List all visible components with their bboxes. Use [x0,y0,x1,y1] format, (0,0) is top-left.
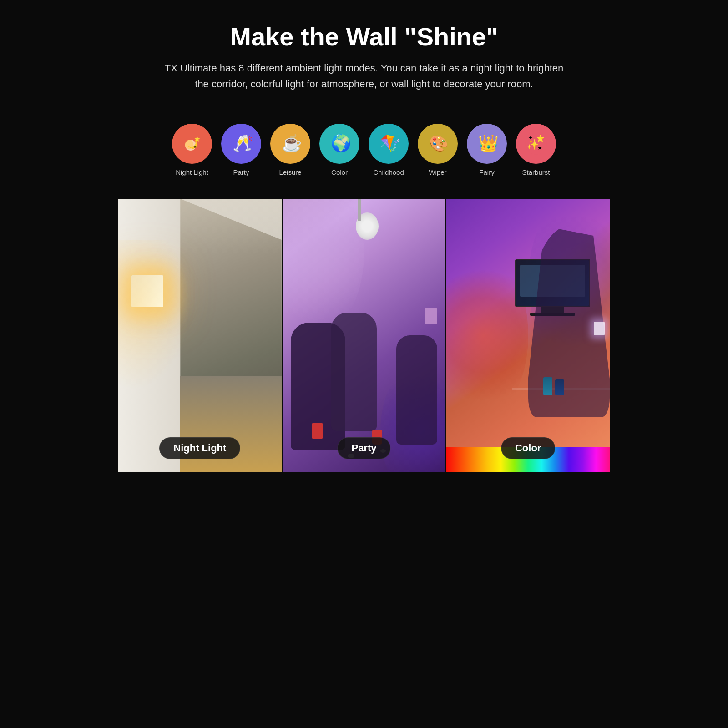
mode-item-starburst[interactable]: ✨ ⭐ ★ ✦ Starburst [516,124,556,176]
party-icon: 🥂 [230,132,253,155]
photo-bg-party [283,199,446,472]
mode-item-fairy[interactable]: 👑 Fairy [467,124,507,176]
header-section: Make the Wall "Shine" TX Ultimate has 8 … [118,0,610,106]
mode-label-party: Party [233,168,249,176]
svg-text:☕: ☕ [282,133,302,153]
mode-item-childhood[interactable]: 🪁 Childhood [369,124,409,176]
fairy-icon: 👑 [475,132,498,155]
mode-item-night-light[interactable]: 🌙 ⭐ ★ Night Light [172,124,212,176]
mode-item-wiper[interactable]: 🎨 Wiper [418,124,458,176]
photo-bg-night-light [118,199,282,472]
mode-icon-leisure: ☕ [270,124,310,164]
photo-card-night-light: Night Light [118,199,282,472]
mode-icon-color: 🌍 [319,124,359,164]
subtitle: TX Ultimate has 8 different ambient ligh… [159,60,569,92]
svg-text:★: ★ [537,145,542,151]
mode-item-leisure[interactable]: ☕ Leisure [270,124,310,176]
mode-item-party[interactable]: 🥂 Party [221,124,261,176]
mode-icon-wiper: 🎨 [418,124,458,164]
night-light-icon: 🌙 ⭐ ★ [181,132,203,155]
mode-label-leisure: Leisure [279,168,301,176]
mode-icon-childhood: 🪁 [369,124,409,164]
photo-label-party: Party [337,437,390,459]
mode-label-night-light: Night Light [176,168,208,176]
modes-section: 🌙 ⭐ ★ Night Light 🥂 Party ☕ Leisure 🌍 [118,106,610,199]
photo-bg-color [446,199,610,472]
mode-label-color: Color [331,168,348,176]
mode-icon-night-light: 🌙 ⭐ ★ [172,124,212,164]
svg-text:🪁: 🪁 [380,133,400,153]
mode-label-childhood: Childhood [373,168,404,176]
svg-text:👑: 👑 [478,133,498,153]
color-icon: 🌍 [328,132,351,155]
svg-text:★: ★ [193,145,197,149]
mode-icon-party: 🥂 [221,124,261,164]
mode-item-color[interactable]: 🌍 Color [319,124,359,176]
mode-icon-starburst: ✨ ⭐ ★ ✦ [516,124,556,164]
mode-icon-fairy: 👑 [467,124,507,164]
svg-text:🌍: 🌍 [331,133,351,153]
mode-label-wiper: Wiper [429,168,446,176]
photo-card-color: Color [445,199,610,472]
svg-text:✦: ✦ [528,135,533,141]
mode-label-starburst: Starburst [522,168,550,176]
main-title: Make the Wall "Shine" [146,23,582,51]
svg-text:⭐: ⭐ [194,136,200,142]
childhood-icon: 🪁 [377,132,400,155]
photo-label-night-light: Night Light [159,437,240,459]
leisure-icon: ☕ [279,132,302,155]
photo-label-color: Color [501,437,555,459]
mode-label-fairy: Fairy [479,168,494,176]
photo-card-party: Party [282,199,446,472]
wiper-icon: 🎨 [426,132,449,155]
svg-text:🥂: 🥂 [233,133,253,153]
starburst-icon: ✨ ⭐ ★ ✦ [525,132,547,155]
svg-text:🎨: 🎨 [429,134,449,153]
photos-section: Night Light [118,199,610,472]
svg-text:⭐: ⭐ [536,135,545,142]
